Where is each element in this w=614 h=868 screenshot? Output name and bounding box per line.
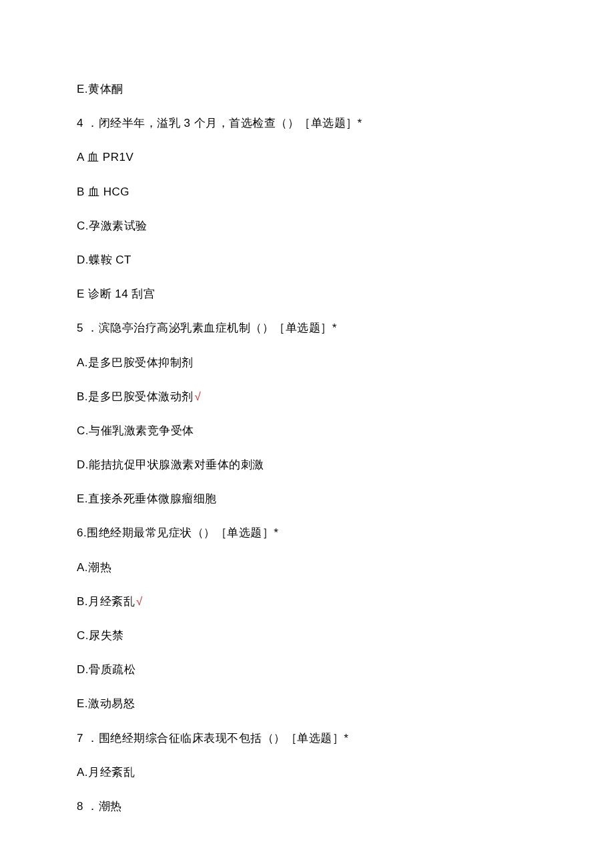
line-text: A 血 PR1V [77,151,133,163]
text-line: B.是多巴胺受体激动剂√ [77,388,537,406]
line-text: D.蝶鞍 CT [77,254,131,266]
correct-mark-icon: √ [195,390,202,403]
text-line: B.月经紊乱√ [77,592,537,610]
text-line: 6.围绝经期最常见症状（）［单选题］* [77,524,537,542]
line-text: E.激动易怒 [77,697,135,710]
line-text: D.骨质疏松 [77,663,135,676]
line-text: B 血 HCG [77,185,129,198]
text-line: 8 ．潮热 [77,797,537,815]
text-line: 5 ．滨隐亭治疗高泌乳素血症机制（）［单选题］* [77,319,537,337]
text-line: E 诊断 14 刮宫 [77,285,537,303]
line-text: 7 ．围绝经期综合征临床表现不包括（）［单选题］* [77,732,348,745]
line-text: C.孕激素试验 [77,220,147,232]
line-text: C.与催乳激素竞争受体 [77,424,194,437]
line-text: E.黄体酮 [77,83,123,95]
text-line: 4 ．闭经半年，溢乳 3 个月，首选检查（）［单选题］* [77,114,537,132]
line-text: 8 ．潮热 [77,800,122,813]
text-line: D.能拮抗促甲状腺激素对垂体的刺激 [77,456,537,474]
line-text: B.是多巴胺受体激动剂 [77,390,194,403]
text-line: A.潮热 [77,558,537,576]
line-text: 5 ．滨隐亭治疗高泌乳素血症机制（）［单选题］* [77,322,337,334]
text-line: C.与催乳激素竞争受体 [77,422,537,440]
line-text: A.是多巴胺受体抑制剂 [77,356,194,369]
text-line: D.骨质疏松 [77,661,537,679]
line-text: A.潮热 [77,561,111,574]
text-line: 7 ．围绝经期综合征临床表现不包括（）［单选题］* [77,729,537,747]
text-line: A.月经紊乱 [77,763,537,781]
text-line: E.黄体酮 [77,80,537,98]
text-line: A 血 PR1V [77,148,537,166]
text-line: A.是多巴胺受体抑制剂 [77,354,537,372]
line-text: B.月经紊乱 [77,595,135,608]
line-text: A.月经紊乱 [77,766,135,779]
text-line: E.直接杀死垂体微腺瘤细胞 [77,490,537,508]
text-line: E.激动易怒 [77,695,537,713]
line-text: E 诊断 14 刮宫 [77,288,155,300]
correct-mark-icon: √ [136,595,143,608]
text-line: B 血 HCG [77,183,537,201]
document-content: E.黄体酮4 ．闭经半年，溢乳 3 个月，首选检查（）［单选题］*A 血 PR1… [77,80,537,815]
line-text: D.能拮抗促甲状腺激素对垂体的刺激 [77,458,264,471]
text-line: C.孕激素试验 [77,217,537,235]
text-line: C.尿失禁 [77,626,537,644]
line-text: 6.围绝经期最常见症状（）［单选题］* [77,526,278,539]
line-text: E.直接杀死垂体微腺瘤细胞 [77,492,217,505]
text-line: D.蝶鞍 CT [77,251,537,269]
line-text: 4 ．闭经半年，溢乳 3 个月，首选检查（）［单选题］* [77,117,362,129]
line-text: C.尿失禁 [77,629,124,642]
